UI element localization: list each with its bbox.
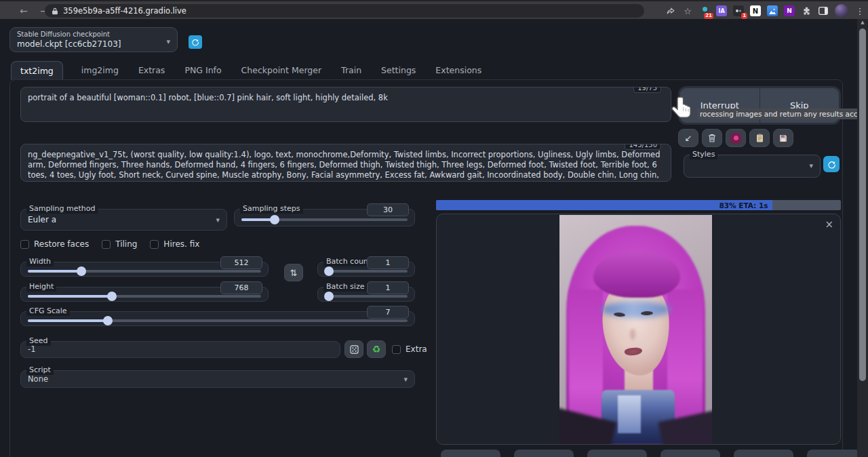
batch-count-slider[interactable] bbox=[325, 270, 408, 273]
extension-screenshot[interactable] bbox=[767, 5, 778, 16]
capture-badge: 1 bbox=[741, 13, 747, 19]
tab-img2img[interactable]: img2img bbox=[80, 61, 120, 79]
height-value[interactable]: 768 bbox=[220, 281, 262, 294]
sampling-method-dropdown[interactable]: Sampling method Euler a ▾ bbox=[20, 209, 227, 231]
restore-faces-option[interactable]: Restore faces bbox=[20, 239, 89, 249]
hires-fix-checkbox[interactable] bbox=[150, 240, 159, 249]
seed-extra-checkbox[interactable] bbox=[392, 345, 401, 354]
cfg-scale-control: CFG Scale 7 bbox=[20, 311, 415, 326]
browser-back-button[interactable]: ← bbox=[16, 3, 31, 18]
result-action-button[interactable] bbox=[734, 450, 793, 457]
width-value[interactable]: 512 bbox=[220, 256, 262, 269]
extra-networks-button[interactable] bbox=[726, 129, 746, 147]
tab-extras[interactable]: Extras bbox=[137, 61, 167, 79]
sampling-method-value: Euler a bbox=[28, 215, 56, 224]
tiling-checkbox[interactable] bbox=[102, 240, 111, 249]
height-control: Height 768 bbox=[20, 287, 269, 302]
batch-size-value[interactable]: 1 bbox=[367, 281, 409, 294]
generated-image[interactable] bbox=[559, 215, 712, 444]
result-action-button[interactable] bbox=[807, 450, 861, 457]
prompt-input[interactable]: portrait of a beautiful [woman::0.1] rob… bbox=[20, 87, 671, 122]
puzzle-icon bbox=[802, 7, 811, 16]
prompt-tool-buttons: ↙ bbox=[678, 129, 793, 147]
bookmark-star-button[interactable]: ☆ bbox=[682, 5, 693, 16]
trash-icon bbox=[708, 134, 716, 142]
browser-menu-button[interactable]: ⋮ bbox=[854, 5, 865, 16]
extension-ia[interactable]: IA bbox=[716, 5, 727, 16]
result-action-button[interactable] bbox=[514, 450, 574, 457]
batch-size-slider[interactable] bbox=[325, 295, 408, 298]
scrollbar-thumb[interactable] bbox=[859, 28, 866, 381]
page-scrollbar[interactable]: ▲ bbox=[857, 19, 868, 457]
sampling-steps-slider[interactable] bbox=[241, 218, 408, 221]
result-action-button[interactable] bbox=[660, 450, 720, 457]
tab-extensions[interactable]: Extensions bbox=[434, 61, 483, 79]
tiling-option[interactable]: Tiling bbox=[102, 239, 137, 249]
star-icon: ☆ bbox=[684, 6, 692, 16]
script-value: None bbox=[28, 374, 48, 384]
cfg-scale-label: CFG Scale bbox=[26, 306, 70, 316]
url-text: 359e5b9a-a5ff-4216.gradio.live bbox=[63, 6, 186, 16]
restore-faces-checkbox[interactable] bbox=[20, 240, 29, 249]
random-seed-button[interactable] bbox=[344, 340, 363, 358]
apply-styles-button[interactable] bbox=[749, 129, 770, 147]
chevron-down-icon: ▾ bbox=[166, 37, 170, 46]
width-label: Width bbox=[26, 257, 54, 266]
seed-input[interactable]: Seed -1 bbox=[20, 341, 340, 358]
extension-capture[interactable]: 1 bbox=[733, 5, 744, 16]
negative-prompt-input[interactable]: ng_deepnegative_v1_75t, (worst quality, … bbox=[20, 144, 671, 182]
refresh-styles-button[interactable] bbox=[823, 156, 840, 172]
cfg-scale-slider[interactable] bbox=[28, 319, 408, 322]
side-panel-button[interactable] bbox=[818, 5, 829, 16]
extensions-menu-button[interactable] bbox=[801, 5, 812, 16]
tiling-label: Tiling bbox=[115, 239, 137, 249]
restore-faces-label: Restore faces bbox=[34, 239, 89, 249]
dice-icon bbox=[350, 345, 359, 354]
checkpoint-label: Stable Diffusion checkpoint bbox=[17, 30, 170, 39]
swap-width-height-button[interactable]: ⇅ bbox=[284, 264, 303, 281]
tab-png-info[interactable]: PNG Info bbox=[183, 61, 222, 79]
checkpoint-dropdown[interactable]: Stable Diffusion checkpoint model.ckpt [… bbox=[9, 27, 178, 52]
stable-diffusion-webui-screen: ← → 359e5b9a-a5ff-4216.gradio.live ☆ 21 … bbox=[0, 0, 868, 457]
save-style-button[interactable] bbox=[773, 129, 793, 147]
chevron-down-icon: ▾ bbox=[403, 375, 408, 384]
height-slider[interactable] bbox=[28, 295, 261, 298]
hires-fix-option[interactable]: Hires. fix bbox=[150, 239, 199, 249]
option-checkboxes: Restore faces Tiling Hires. fix bbox=[20, 239, 199, 249]
address-bar[interactable]: 359e5b9a-a5ff-4216.gradio.live bbox=[45, 4, 644, 18]
cfg-scale-value[interactable]: 7 bbox=[367, 306, 409, 319]
extension-notion[interactable]: N bbox=[750, 5, 761, 16]
result-action-button[interactable] bbox=[441, 450, 500, 457]
width-slider[interactable] bbox=[28, 270, 261, 273]
scroll-up-icon[interactable]: ▲ bbox=[857, 20, 868, 25]
height-label: Height bbox=[26, 282, 56, 292]
close-icon[interactable]: × bbox=[825, 220, 833, 230]
script-dropdown[interactable]: Script None ▾ bbox=[20, 370, 415, 388]
batch-count-value[interactable]: 1 bbox=[367, 256, 409, 269]
share-button[interactable] bbox=[665, 5, 676, 16]
padlock-icon bbox=[52, 7, 58, 15]
styles-dropdown[interactable]: Styles ▾ bbox=[684, 155, 821, 178]
sampling-steps-value[interactable]: 30 bbox=[367, 203, 409, 216]
prompt-token-counter: 19/75 bbox=[633, 87, 661, 93]
swap-icon: ⇅ bbox=[290, 268, 298, 278]
result-action-button[interactable] bbox=[587, 450, 647, 457]
extension-onenote[interactable]: N bbox=[784, 5, 795, 16]
refresh-checkpoints-button[interactable] bbox=[189, 35, 202, 49]
negative-prompt-token-counter: 143/150 bbox=[625, 144, 661, 150]
tab-checkpoint-merger[interactable]: Checkpoint Merger bbox=[240, 61, 323, 79]
portrait-eyeshadow bbox=[601, 301, 671, 318]
tab-train[interactable]: Train bbox=[340, 61, 363, 79]
progress-fill: 83% ETA: 1s bbox=[436, 200, 772, 210]
hires-fix-label: Hires. fix bbox=[163, 239, 199, 249]
extension-pin[interactable]: 21 bbox=[699, 5, 710, 16]
tab-txt2img[interactable]: txt2img bbox=[11, 61, 63, 80]
browser-profile-avatar[interactable] bbox=[835, 4, 848, 18]
tab-settings[interactable]: Settings bbox=[380, 61, 417, 79]
reuse-seed-button[interactable]: ♻ bbox=[367, 340, 386, 358]
seed-extra-option[interactable]: Extra bbox=[392, 344, 427, 354]
paste-generation-params-button[interactable]: ↙ bbox=[678, 129, 698, 147]
clear-prompt-button[interactable] bbox=[702, 129, 722, 147]
portrait-bangs bbox=[593, 252, 680, 298]
side-panel-icon bbox=[818, 7, 828, 15]
